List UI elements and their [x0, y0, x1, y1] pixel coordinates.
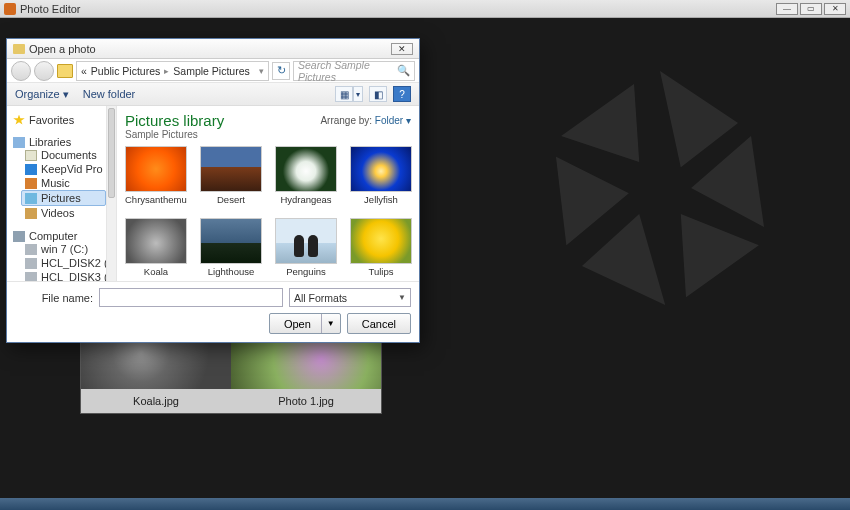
file-type-filter[interactable]: All Formats▼	[289, 288, 411, 307]
drive-icon	[25, 272, 37, 282]
taskbar[interactable]	[0, 498, 850, 510]
preview-pane-button[interactable]: ◧	[369, 86, 387, 102]
breadcrumb[interactable]: « Public Pictures ▸ Sample Pictures ▾	[76, 61, 269, 81]
app-close-button[interactable]: ✕	[824, 3, 846, 15]
dialog-title: Open a photo	[29, 43, 96, 55]
thumbnail-image	[275, 218, 337, 264]
arrange-by: Arrange by: Folder ▾	[320, 115, 411, 126]
pictures-icon	[25, 193, 37, 204]
photo-caption: Koala.jpg	[81, 389, 231, 413]
thumbnail-label: Jellyfish	[350, 194, 412, 205]
search-input[interactable]: Search Sample Pictures 🔍	[293, 61, 415, 81]
app-icon	[4, 3, 16, 15]
breadcrumb-segment[interactable]: Public Pictures	[91, 65, 160, 77]
sidebar-computer[interactable]: Computer	[13, 230, 106, 242]
music-icon	[25, 178, 37, 189]
dialog-close-button[interactable]: ✕	[391, 43, 413, 55]
library-title: Pictures library	[125, 112, 224, 129]
app-icon	[25, 164, 37, 175]
nav-forward-button[interactable]	[34, 61, 54, 81]
breadcrumb-segment[interactable]: Sample Pictures	[173, 65, 249, 77]
file-thumbnail[interactable]: Desert	[200, 146, 262, 205]
star-icon	[13, 115, 25, 126]
app-titlebar: Photo Editor — ▭ ✕	[0, 0, 850, 18]
thumbnail-label: Chrysanthemum	[125, 194, 187, 205]
chevron-down-icon: ▼	[398, 293, 406, 302]
library-subtitle: Sample Pictures	[125, 129, 224, 140]
thumbnail-label: Desert	[200, 194, 262, 205]
app-workspace: Koala.jpg Photo 1.jpg Open a photo ✕ « P…	[0, 18, 850, 498]
file-name-label: File name:	[15, 292, 93, 304]
library-icon	[13, 137, 25, 148]
video-icon	[25, 208, 37, 219]
sidebar-item-keepvid[interactable]: KeepVid Pro	[13, 162, 106, 176]
chevron-down-icon[interactable]: ▾	[353, 86, 363, 102]
chevron-down-icon[interactable]: ▼	[321, 314, 340, 333]
dialog-content: Pictures library Sample Pictures Arrange…	[117, 106, 419, 281]
thumbnail-label: Koala	[125, 266, 187, 277]
dialog-toolbar: Organize ▾ New folder ▦ ▾ ◧ ?	[7, 83, 419, 106]
dialog-sidebar: Favorites Libraries Documents KeepVid Pr…	[7, 106, 107, 281]
dialog-titlebar[interactable]: Open a photo ✕	[7, 39, 419, 59]
sidebar-item-drive-e[interactable]: HCL_DISK3 (E:)	[13, 270, 106, 281]
help-button[interactable]: ?	[393, 86, 411, 102]
arrange-by-dropdown[interactable]: Folder ▾	[375, 115, 411, 126]
nav-back-button[interactable]	[11, 61, 31, 81]
chevron-right-icon: ▸	[164, 66, 169, 76]
sidebar-item-drive-d[interactable]: HCL_DISK2 (D:)	[13, 256, 106, 270]
sidebar-favorites[interactable]: Favorites	[13, 114, 106, 126]
view-mode-button[interactable]: ▦ ▾	[335, 86, 363, 102]
app-maximize-button[interactable]: ▭	[800, 3, 822, 15]
cancel-button[interactable]: Cancel	[347, 313, 411, 334]
dialog-nav-row: « Public Pictures ▸ Sample Pictures ▾ ↻ …	[7, 59, 419, 83]
thumbnail-image	[200, 218, 262, 264]
open-button[interactable]: Open▼	[269, 313, 341, 334]
sidebar-item-drive-c[interactable]: win 7 (C:)	[13, 242, 106, 256]
search-placeholder: Search Sample Pictures	[298, 59, 397, 83]
refresh-button[interactable]: ↻	[272, 62, 290, 80]
sidebar-item-pictures[interactable]: Pictures	[21, 190, 106, 206]
file-thumbnail[interactable]: Chrysanthemum	[125, 146, 187, 205]
file-thumbnail[interactable]: Koala	[125, 218, 187, 277]
computer-icon	[13, 231, 25, 242]
thumbnail-grid: ChrysanthemumDesertHydrangeasJellyfishKo…	[125, 146, 411, 277]
app-minimize-button[interactable]: —	[776, 3, 798, 15]
thumbnail-label: Tulips	[350, 266, 412, 277]
thumbnail-image	[125, 218, 187, 264]
file-name-input[interactable]	[99, 288, 283, 307]
thumbnail-image	[350, 146, 412, 192]
thumbnail-image	[350, 218, 412, 264]
sidebar-item-music[interactable]: Music	[13, 176, 106, 190]
organize-menu[interactable]: Organize ▾	[15, 88, 69, 101]
thumbnail-image	[125, 146, 187, 192]
photo-caption: Photo 1.jpg	[231, 389, 381, 413]
folder-icon	[13, 44, 25, 54]
thumbnail-label: Hydrangeas	[275, 194, 337, 205]
scrollbar-thumb[interactable]	[108, 108, 115, 198]
document-icon	[25, 150, 37, 161]
thumbnail-image	[200, 146, 262, 192]
aperture-watermark-icon	[530, 58, 790, 318]
sidebar-libraries[interactable]: Libraries	[13, 136, 106, 148]
open-file-dialog: Open a photo ✕ « Public Pictures ▸ Sampl…	[6, 38, 420, 343]
new-folder-button[interactable]: New folder	[83, 88, 136, 100]
file-thumbnail[interactable]: Penguins	[275, 218, 337, 277]
dialog-footer: File name: All Formats▼ Open▼ Cancel	[7, 281, 419, 342]
search-icon: 🔍	[397, 64, 410, 77]
chevron-down-icon[interactable]: ▾	[259, 66, 264, 76]
file-thumbnail[interactable]: Hydrangeas	[275, 146, 337, 205]
thumbnails-icon: ▦	[335, 86, 353, 102]
thumbnail-label: Lighthouse	[200, 266, 262, 277]
file-thumbnail[interactable]: Tulips	[350, 218, 412, 277]
folder-icon	[57, 64, 73, 78]
sidebar-scrollbar[interactable]	[107, 106, 117, 281]
sidebar-item-documents[interactable]: Documents	[13, 148, 106, 162]
app-title: Photo Editor	[20, 3, 81, 15]
drive-icon	[25, 244, 37, 255]
sidebar-item-videos[interactable]: Videos	[13, 206, 106, 220]
file-thumbnail[interactable]: Lighthouse	[200, 218, 262, 277]
drive-icon	[25, 258, 37, 269]
file-thumbnail[interactable]: Jellyfish	[350, 146, 412, 205]
breadcrumb-prefix: «	[81, 65, 87, 77]
thumbnail-image	[275, 146, 337, 192]
